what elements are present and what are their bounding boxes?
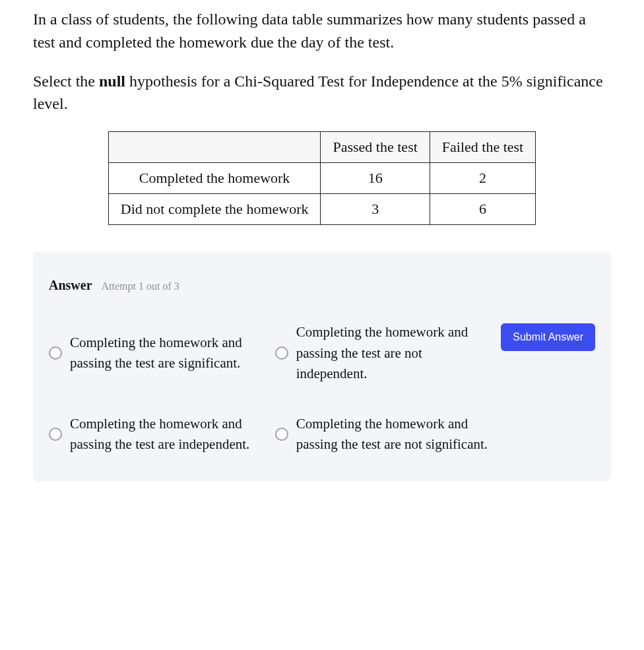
prompt-paragraph-1: In a class of students, the following da… <box>33 8 611 54</box>
submit-answer-button[interactable]: Submit Answer <box>501 323 595 351</box>
table-cell: 16 <box>321 163 430 194</box>
answer-label: Answer <box>49 278 92 293</box>
table-row: Completed the homework 16 2 <box>108 163 535 194</box>
answer-body: Completing the homework and passing the … <box>49 322 595 455</box>
radio-icon <box>275 346 288 360</box>
table-col-header: Failed the test <box>430 132 535 163</box>
data-table: Passed the test Failed the test Complete… <box>108 131 536 225</box>
option-text: Completing the homework and passing the … <box>70 414 262 455</box>
table-col-header: Passed the test <box>321 132 430 163</box>
table-cell: 2 <box>430 163 535 194</box>
option-text: Completing the homework and passing the … <box>70 333 262 374</box>
radio-icon <box>275 428 288 441</box>
prompt-paragraph-2: Select the null hypothesis for a Chi-Squ… <box>33 70 611 116</box>
options-grid: Completing the homework and passing the … <box>49 322 488 455</box>
prompt-p2-pre: Select the <box>33 73 99 90</box>
table-cell: 6 <box>430 194 535 225</box>
answer-option-1[interactable]: Completing the homework and passing the … <box>49 322 262 385</box>
answer-option-2[interactable]: Completing the homework and passing the … <box>275 322 488 385</box>
answer-panel: Answer Attempt 1 out of 3 Completing the… <box>33 251 611 482</box>
answer-option-4[interactable]: Completing the homework and passing the … <box>275 414 488 455</box>
answer-option-3[interactable]: Completing the homework and passing the … <box>49 414 262 455</box>
option-text: Completing the homework and passing the … <box>296 322 488 385</box>
question-card: In a class of students, the following da… <box>0 0 644 508</box>
option-text: Completing the homework and passing the … <box>296 414 488 455</box>
table-row-label: Did not complete the homework <box>108 194 321 225</box>
radio-icon <box>49 428 62 441</box>
table-row: Did not complete the homework 3 6 <box>108 194 535 225</box>
table-cell: 3 <box>321 194 430 225</box>
answer-header: Answer Attempt 1 out of 3 <box>49 278 595 293</box>
radio-icon <box>49 346 62 360</box>
question-prompt: In a class of students, the following da… <box>33 8 611 115</box>
prompt-p2-bold: null <box>99 73 125 90</box>
attempt-counter: Attempt 1 out of 3 <box>102 280 179 292</box>
table-header-row: Passed the test Failed the test <box>108 132 535 163</box>
submit-column: Submit Answer <box>501 322 595 351</box>
table-row-label: Completed the homework <box>108 163 321 194</box>
table-corner-cell <box>108 132 321 163</box>
